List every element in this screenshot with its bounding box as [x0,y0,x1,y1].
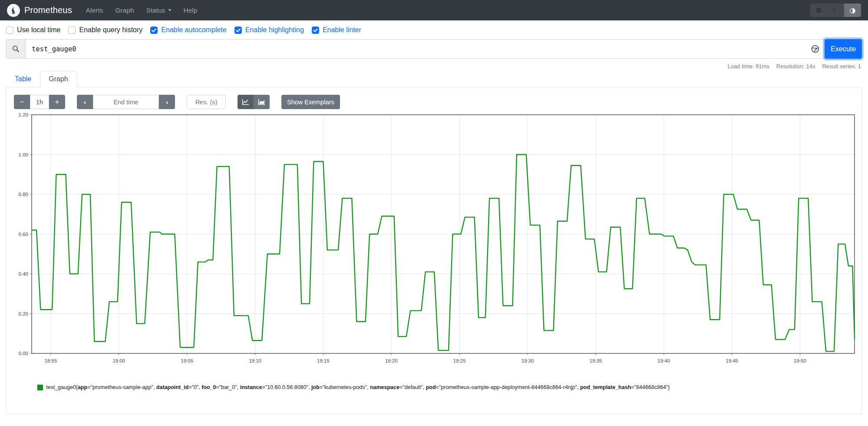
settings-row: Use local timeEnable query historyEnable… [0,20,868,39]
unchecked-checkbox-icon [68,27,76,34]
x-axis-label: 19:05 [181,358,193,363]
chart-container: 0.000.200.400.600.801.001.2018:5519:0019… [7,109,861,372]
graph-panel: − + ‹ › Show Exemplars 0.000.200.400.600… [6,87,862,414]
checkbox-enable-linter[interactable]: Enable linter [312,26,361,34]
x-axis-label: 19:20 [385,358,398,363]
query-stats: Load time: 91ms Resolution: 14s Result s… [0,59,868,71]
settings-icon: ⚙ [815,6,822,14]
end-time-back-button[interactable]: ‹ [77,95,93,109]
x-axis-label: 18:55 [45,358,57,363]
resolution-input[interactable] [187,95,226,109]
stacked-chart-icon [258,99,265,105]
nav-item-graph[interactable]: Graph [109,7,140,14]
theme-toggle-group: ⚙☾◑ [810,3,861,17]
unchecked-checkbox-icon [6,27,13,34]
chevron-down-icon [168,9,172,11]
main-nav: AlertsGraphStatusHelp [80,7,204,14]
y-axis-label: 0.00 [19,351,28,356]
range-control: − + [14,95,65,109]
x-axis-label: 19:15 [317,358,330,363]
checkbox-enable-query-history[interactable]: Enable query history [68,26,142,34]
nav-item-help[interactable]: Help [178,7,204,14]
y-axis-label: 1.00 [19,152,28,157]
x-axis-label: 19:00 [112,358,125,363]
end-time-control: ‹ › [77,95,175,109]
nav-item-alerts[interactable]: Alerts [80,7,109,14]
end-time-forward-button[interactable]: › [159,95,175,109]
time-series-chart[interactable]: 0.000.200.400.600.801.001.2018:5519:0019… [13,113,855,370]
navbar: Prometheus AlertsGraphStatusHelp ⚙☾◑ [0,0,868,20]
nav-item-status[interactable]: Status [140,7,178,14]
checked-checkbox-icon [312,27,319,34]
auto-contrast-button[interactable]: ◑ [844,3,861,17]
checkbox-enable-highlighting[interactable]: Enable highlighting [234,26,304,34]
settings-button[interactable]: ⚙ [810,3,827,17]
x-axis-label: 19:35 [590,358,602,363]
navbar-brand[interactable]: Prometheus [7,4,72,17]
checkbox-enable-autocomplete[interactable]: Enable autocomplete [150,26,226,34]
tab-table[interactable]: Table [6,71,40,87]
execute-button[interactable]: Execute [825,39,862,59]
y-axis-label: 1.20 [19,113,28,117]
end-time-input[interactable] [93,95,159,109]
y-axis-label: 0.20 [19,311,28,316]
range-input[interactable] [30,95,49,109]
stacked-chart-toggle[interactable] [254,95,270,109]
series-line-test-gauge0 [32,155,855,352]
dark-mode-button[interactable]: ☾ [827,3,844,17]
y-axis-label: 0.40 [19,271,28,276]
query-bar: Execute [0,39,868,59]
stat-load-time: Load time: 91ms [728,63,769,71]
checked-checkbox-icon [234,27,242,34]
x-axis-label: 19:30 [521,358,534,363]
y-axis-label: 0.60 [19,232,28,237]
stat-result-series: Result series: 1 [822,63,861,71]
globe-icon [811,45,819,53]
view-tabs: Table Graph [0,71,868,87]
legend-item[interactable]: test_gauge0{app="prometheus-sample-app",… [38,384,861,390]
x-axis-label: 19:10 [249,358,261,363]
line-chart-toggle[interactable] [238,95,254,109]
chart-type-toggle [238,95,270,109]
y-axis-label: 0.80 [19,192,28,197]
tab-graph[interactable]: Graph [40,71,76,87]
range-increase-button[interactable]: + [49,95,65,109]
auto-contrast-icon: ◑ [850,6,856,14]
line-chart-icon [242,99,249,105]
query-input[interactable] [25,39,806,59]
app-title: Prometheus [24,5,72,15]
metrics-explorer-button[interactable] [806,39,825,59]
search-icon [12,45,20,53]
x-axis-label: 19:25 [453,358,466,363]
show-exemplars-button[interactable]: Show Exemplars [281,95,340,109]
range-decrease-button[interactable]: − [14,95,30,109]
x-axis-label: 19:45 [726,358,738,363]
prometheus-logo-icon [7,4,20,17]
legend-swatch [38,385,43,390]
legend-text: test_gauge0{app="prometheus-sample-app",… [46,384,670,390]
search-addon [6,39,25,59]
graph-controls: − + ‹ › Show Exemplars [7,87,861,109]
stat-resolution: Resolution: 14s [776,63,815,71]
checked-checkbox-icon [150,27,158,34]
x-axis-label: 19:40 [657,358,670,363]
checkbox-use-local-time[interactable]: Use local time [6,26,60,34]
dark-mode-icon: ☾ [832,6,838,14]
x-axis-label: 19:50 [794,358,806,363]
